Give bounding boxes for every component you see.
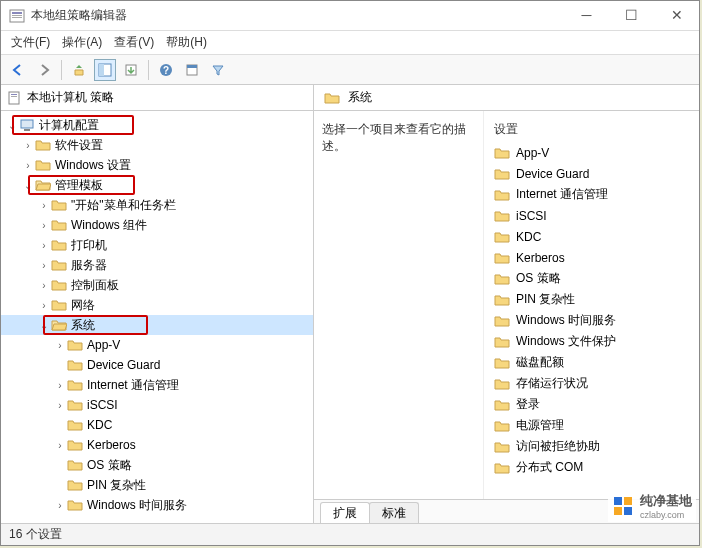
tree-item[interactable]: ⌄计算机配置 [1,115,313,135]
tree-item[interactable]: Device Guard [1,355,313,375]
tree-item[interactable]: ›Windows 组件 [1,215,313,235]
folder-icon [494,356,510,370]
svg-text:?: ? [163,65,169,76]
list-item[interactable]: 访问被拒绝协助 [484,436,699,457]
expand-icon[interactable]: › [37,240,51,251]
close-button[interactable]: ✕ [654,1,699,30]
maximize-button[interactable]: ☐ [609,1,654,30]
tree-item-label: iSCSI [87,398,118,412]
tree-item[interactable]: ›Kerberos [1,435,313,455]
folder-icon [494,398,510,412]
expand-icon[interactable]: › [37,280,51,291]
watermark-site: 纯净基地 [640,492,692,510]
expand-icon[interactable]: › [53,380,67,391]
minimize-button[interactable]: ─ [564,1,609,30]
list-item[interactable]: 分布式 COM [484,457,699,478]
tree-item[interactable]: ⌄管理模板 [1,175,313,195]
expand-icon[interactable]: › [53,500,67,511]
tree-item[interactable]: ›iSCSI [1,395,313,415]
list-item-label: 访问被拒绝协助 [516,438,600,455]
tree-item[interactable]: ›服务器 [1,255,313,275]
expand-icon[interactable]: › [21,140,35,151]
tree-item[interactable]: ›Internet 通信管理 [1,375,313,395]
list-item[interactable]: Device Guard [484,163,699,184]
expand-icon[interactable]: › [37,200,51,211]
tree-item[interactable]: ›控制面板 [1,275,313,295]
properties-button[interactable] [181,59,203,81]
list-item[interactable]: 登录 [484,394,699,415]
list-item-label: 磁盘配额 [516,354,564,371]
app-icon [9,8,25,24]
tree-item[interactable]: KDC [1,415,313,435]
expand-icon[interactable]: ⌄ [21,180,35,191]
tree-item[interactable]: ⌄系统 [1,315,313,335]
window-title: 本地组策略编辑器 [31,7,564,24]
menu-file[interactable]: 文件(F) [11,34,50,51]
svg-rect-11 [9,92,19,104]
expand-icon[interactable]: ⌄ [37,320,51,331]
forward-button[interactable] [33,59,55,81]
tree-item[interactable]: ›Windows 时间服务 [1,495,313,515]
list-item[interactable]: App-V [484,142,699,163]
tree-item[interactable]: ›网络 [1,295,313,315]
tree-item[interactable]: ›软件设置 [1,135,313,155]
tree-item-label: "开始"菜单和任务栏 [71,197,176,214]
folder-icon [51,238,67,252]
svg-rect-17 [624,497,632,505]
detail-header-label: 系统 [348,89,372,106]
menu-view[interactable]: 查看(V) [114,34,154,51]
filter-button[interactable] [207,59,229,81]
tree-item-label: 软件设置 [55,137,103,154]
list-item[interactable]: Internet 通信管理 [484,184,699,205]
tree-item[interactable]: ›打印机 [1,235,313,255]
tree-item[interactable]: ›Windows 设置 [1,155,313,175]
list-item[interactable]: KDC [484,226,699,247]
svg-rect-12 [11,94,17,95]
app-window: 本地组策略编辑器 ─ ☐ ✕ 文件(F) 操作(A) 查看(V) 帮助(H) ?… [0,0,700,546]
expand-icon[interactable]: › [53,340,67,351]
list-item-label: PIN 复杂性 [516,291,575,308]
tree-item-label: 控制面板 [71,277,119,294]
list-item[interactable]: Kerberos [484,247,699,268]
svg-rect-5 [99,64,104,76]
expand-icon[interactable]: › [37,300,51,311]
tree-item-label: PIN 复杂性 [87,477,146,494]
tree-item[interactable]: PIN 复杂性 [1,475,313,495]
list-item[interactable]: 存储运行状况 [484,373,699,394]
expand-icon[interactable]: › [37,220,51,231]
help-button[interactable]: ? [155,59,177,81]
list-item-label: 分布式 COM [516,459,583,476]
export-button[interactable] [120,59,142,81]
expand-icon[interactable]: › [53,440,67,451]
up-button[interactable] [68,59,90,81]
svg-rect-19 [624,507,632,515]
menu-help[interactable]: 帮助(H) [166,34,207,51]
list-item[interactable]: Windows 文件保护 [484,331,699,352]
expand-icon[interactable]: ⌄ [5,120,19,131]
list-item[interactable]: 磁盘配额 [484,352,699,373]
folder-icon [67,358,83,372]
back-button[interactable] [7,59,29,81]
show-hide-tree-button[interactable] [94,59,116,81]
folder-icon [67,498,83,512]
tree-item[interactable]: ›App-V [1,335,313,355]
list-item[interactable]: OS 策略 [484,268,699,289]
folder-icon [51,298,67,312]
list-item[interactable]: 电源管理 [484,415,699,436]
expand-icon[interactable]: › [37,260,51,271]
tree-item[interactable]: ›"开始"菜单和任务栏 [1,195,313,215]
tab-extended[interactable]: 扩展 [320,502,370,523]
folder-icon [67,418,83,432]
expand-icon[interactable]: › [53,400,67,411]
menu-action[interactable]: 操作(A) [62,34,102,51]
folder-icon [494,146,510,160]
tree-item[interactable]: OS 策略 [1,455,313,475]
folder-icon [67,338,83,352]
expand-icon[interactable]: › [21,160,35,171]
list-item[interactable]: iSCSI [484,205,699,226]
folder-icon [67,378,83,392]
list-item-label: OS 策略 [516,270,561,287]
list-item[interactable]: Windows 时间服务 [484,310,699,331]
tab-standard[interactable]: 标准 [369,502,419,523]
list-item[interactable]: PIN 复杂性 [484,289,699,310]
